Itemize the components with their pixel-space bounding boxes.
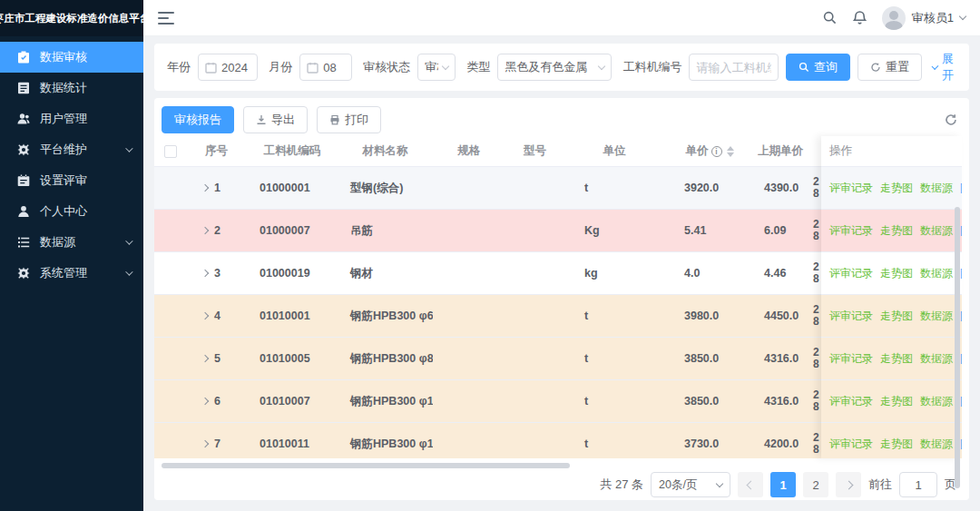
sidebar-collapse-icon[interactable]	[158, 12, 174, 25]
stats-icon	[16, 81, 31, 95]
status-select[interactable]: 审核	[417, 54, 456, 81]
col-code: 工料机编码	[247, 136, 338, 166]
calendar-icon	[307, 62, 318, 74]
type-select[interactable]: 黑色及有色金属	[497, 54, 612, 81]
horizontal-scrollbar[interactable]	[162, 463, 570, 468]
ops-link-1[interactable]: 评审记录	[829, 223, 873, 239]
user-menu[interactable]: 审核员1	[882, 6, 965, 30]
month-field[interactable]	[323, 61, 345, 74]
ops-link-1[interactable]: 评审记录	[829, 309, 873, 324]
ops-link-2[interactable]: 走势图	[880, 351, 913, 367]
row-ops: 评审记录走势图数据源附件	[821, 167, 962, 210]
prev-page-button[interactable]	[738, 472, 763, 497]
ops-link-4[interactable]: 附件	[960, 394, 962, 409]
ops-link-4[interactable]: 附件	[960, 181, 962, 196]
refresh-icon[interactable]	[944, 113, 958, 127]
row-index: 4	[214, 310, 220, 322]
goto-page-input[interactable]	[899, 472, 937, 497]
code-input[interactable]	[689, 54, 779, 81]
next-page-button[interactable]	[836, 472, 861, 497]
row-model	[505, 423, 564, 458]
row-select-cell	[154, 210, 186, 251]
expand-row-icon[interactable]	[201, 398, 209, 405]
ops-link-3[interactable]: 数据源	[920, 309, 953, 324]
export-button[interactable]: 导出	[243, 106, 308, 133]
chevron-down-icon	[598, 62, 605, 69]
row-prev-price: 4200.0	[755, 423, 806, 458]
select-all-checkbox[interactable]	[164, 145, 177, 158]
sidebar-item-stats[interactable]: 数据统计	[0, 73, 143, 103]
ops-link-2[interactable]: 走势图	[880, 394, 913, 409]
ops-link-4[interactable]: 附件	[960, 351, 962, 367]
ops-link-1[interactable]: 评审记录	[829, 266, 873, 281]
expand-row-icon[interactable]	[201, 355, 209, 362]
ops-link-3[interactable]: 数据源	[920, 223, 953, 239]
ops-link-3[interactable]: 数据源	[920, 351, 953, 367]
expand-row-icon[interactable]	[201, 184, 209, 192]
row-index: 1	[214, 182, 220, 194]
row-price: 4.0	[664, 252, 755, 294]
ops-link-3[interactable]: 数据源	[920, 266, 953, 281]
sidebar-item-label: 平台维护	[40, 142, 87, 158]
row-prev-price: 4390.0	[755, 167, 806, 209]
ops-link-2[interactable]: 走势图	[880, 223, 913, 239]
bell-icon[interactable]	[852, 10, 867, 25]
expand-row-icon[interactable]	[201, 227, 209, 234]
year-field[interactable]	[221, 61, 250, 74]
ops-link-4[interactable]: 附件	[960, 437, 962, 452]
printer-icon	[329, 114, 340, 125]
row-unit: t	[564, 295, 664, 337]
chevron-down-icon	[125, 144, 132, 152]
ops-link-1[interactable]: 评审记录	[829, 351, 873, 367]
reset-button[interactable]: 重置	[858, 54, 922, 81]
sidebar-item-audit[interactable]: 数据审核	[0, 42, 143, 73]
month-input[interactable]	[299, 54, 352, 81]
ops-link-3[interactable]: 数据源	[920, 181, 953, 196]
sidebar-item-maintenance[interactable]: 平台维护	[0, 134, 143, 165]
ops-link-1[interactable]: 评审记录	[829, 437, 873, 452]
ops-link-1[interactable]: 评审记录	[829, 394, 873, 409]
sidebar-item-label: 个人中心	[40, 203, 87, 220]
ops-link-4[interactable]: 附件	[960, 309, 962, 324]
search-button[interactable]: 查询	[786, 54, 850, 81]
expand-row-icon[interactable]	[201, 312, 209, 319]
sidebar-item-system[interactable]: 系统管理	[0, 258, 143, 289]
ops-link-3[interactable]: 数据源	[920, 437, 953, 452]
code-field[interactable]	[696, 61, 771, 74]
sidebar-item-review[interactable]: 设置评审	[0, 165, 143, 196]
profile-icon	[16, 204, 31, 219]
ops-link-3[interactable]: 数据源	[920, 394, 953, 409]
month-label: 月份	[269, 59, 292, 75]
page-button-1[interactable]: 1	[770, 472, 796, 497]
page-button-2[interactable]: 2	[803, 472, 828, 497]
expand-row-icon[interactable]	[201, 270, 209, 277]
ops-link-2[interactable]: 走势图	[880, 181, 913, 196]
ops-link-1[interactable]: 评审记录	[829, 181, 873, 196]
sidebar-item-datasource[interactable]: 数据源	[0, 227, 143, 258]
row-name: 钢筋HPB300 φ10	[338, 380, 433, 422]
row-spec	[433, 167, 505, 209]
ops-link-2[interactable]: 走势图	[880, 437, 913, 452]
ops-link-4[interactable]: 附件	[960, 223, 962, 239]
audit-report-button[interactable]: 审核报告	[162, 106, 234, 133]
search-icon[interactable]	[822, 10, 838, 25]
expand-toggle[interactable]: 展开	[933, 51, 960, 84]
data-table-card: 审核报告 导出 打印 序号 工料机编码 材料名称 规格 型号 单位	[154, 98, 969, 500]
pagination: 共 27 条 20条/页 1 2 前往 页	[600, 472, 956, 497]
ops-fixed-column: 操作 评审记录走势图数据源附件评审记录走势图数据源附件评审记录走势图数据源附件评…	[821, 136, 962, 458]
page-size-select[interactable]: 20条/页	[651, 472, 730, 497]
ops-link-2[interactable]: 走势图	[880, 309, 913, 324]
ops-link-2[interactable]: 走势图	[880, 266, 913, 281]
sidebar-item-users[interactable]: 用户管理	[0, 103, 143, 134]
total-count: 共 27 条	[600, 477, 643, 493]
print-button[interactable]: 打印	[317, 106, 381, 133]
vertical-scrollbar[interactable]	[955, 207, 960, 488]
year-input[interactable]	[198, 54, 258, 81]
ops-link-4[interactable]: 附件	[960, 266, 962, 281]
sort-control[interactable]	[727, 146, 734, 157]
user-name: 审核员1	[912, 10, 954, 26]
review-icon	[16, 173, 31, 188]
expand-row-icon[interactable]	[201, 440, 209, 447]
sidebar-item-profile[interactable]: 个人中心	[0, 196, 143, 227]
row-code: 01010001	[247, 295, 338, 337]
